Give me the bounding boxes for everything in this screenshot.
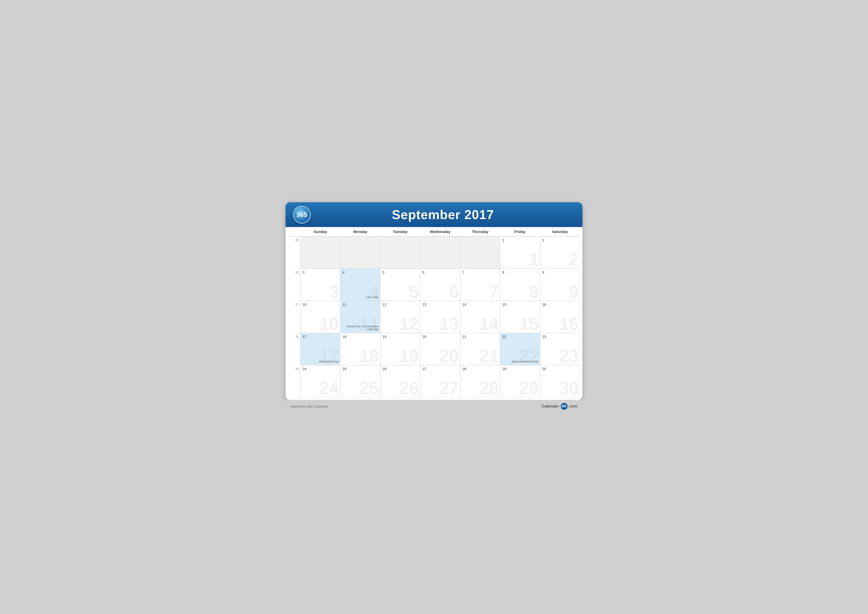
day-number: 21 — [462, 335, 498, 339]
day-number: 3 — [302, 270, 338, 274]
logo: 365 — [293, 206, 311, 224]
week-number-36: 36 — [288, 269, 301, 301]
day-watermark: 1 — [529, 250, 539, 268]
day-cell-26: 2626 — [380, 365, 420, 397]
day-number: 2 — [542, 238, 578, 242]
calendar-grid: 351122363344Labor Day5566778899371010111… — [288, 236, 580, 397]
day-cell-17: 1717Citizenship Day — [301, 333, 340, 365]
day-watermark: 6 — [449, 283, 459, 300]
week-number-38: 38 — [288, 333, 301, 365]
day-cell-2: 22 — [540, 236, 580, 269]
day-watermark: 27 — [439, 379, 459, 397]
day-cell-21: 2121 — [460, 333, 500, 365]
day-watermark: 21 — [479, 347, 499, 365]
day-number: 10 — [302, 303, 338, 306]
day-cell-11: 1111Patriot Day or September 11th Day — [340, 301, 380, 333]
day-header-wednesday: Wednesday — [420, 227, 460, 236]
day-number: 28 — [462, 367, 498, 371]
day-cell-25: 2525 — [340, 365, 380, 397]
footer-brand-suffix: .com — [568, 404, 578, 409]
day-number: 17 — [302, 335, 338, 339]
day-header-sunday: Sunday — [301, 227, 340, 236]
day-cell-3: 33 — [301, 269, 340, 301]
day-watermark: 7 — [489, 283, 499, 300]
day-number: 16 — [542, 303, 578, 306]
day-watermark: 30 — [559, 379, 579, 397]
day-cell-empty — [340, 236, 380, 269]
day-number: 24 — [302, 367, 338, 371]
week-num-header — [288, 227, 301, 236]
day-header-tuesday: Tuesday — [380, 227, 420, 236]
day-cell-30: 3030 — [540, 365, 580, 397]
day-number: 18 — [343, 335, 378, 339]
day-cell-18: 1818 — [340, 333, 380, 365]
day-cell-29: 2929 — [500, 365, 540, 397]
day-number: 15 — [502, 303, 538, 306]
day-watermark: 23 — [559, 347, 579, 365]
day-watermark: 18 — [359, 347, 379, 365]
day-number: 22 — [502, 335, 538, 339]
day-watermark: 19 — [399, 347, 419, 365]
day-cell-empty — [380, 236, 420, 269]
day-number: 25 — [343, 367, 378, 371]
day-cell-empty — [301, 236, 340, 269]
calendar-body: Sunday Monday Tuesday Wednesday Thursday… — [285, 227, 583, 400]
holiday-label: Native American Day — [512, 360, 538, 363]
day-number: 11 — [343, 303, 378, 306]
calendar-header: 365 September 2017 — [285, 202, 583, 227]
day-cell-13: 1313 — [420, 301, 460, 333]
day-cell-12: 1212 — [380, 301, 420, 333]
week-number-37: 37 — [288, 301, 301, 333]
day-number: 20 — [422, 335, 458, 339]
day-cell-16: 1616 — [540, 301, 580, 333]
day-cell-5: 55 — [380, 269, 420, 301]
day-number: 30 — [542, 367, 578, 371]
day-header-monday: Monday — [340, 227, 380, 236]
day-cell-10: 1010 — [301, 301, 340, 333]
day-watermark: 20 — [439, 347, 459, 365]
calendar-container: 365 September 2017 Sunday Monday Tuesday… — [285, 202, 583, 400]
day-number: 19 — [383, 335, 418, 339]
day-number: 26 — [383, 367, 418, 371]
day-number: 23 — [542, 335, 578, 339]
day-number: 27 — [422, 367, 458, 371]
day-cell-4: 44Labor Day — [340, 269, 380, 301]
footer-brand: Calendar- 365 .com — [542, 403, 578, 410]
day-cell-20: 2020 — [420, 333, 460, 365]
calendar-title: September 2017 — [311, 207, 575, 222]
day-watermark: 10 — [319, 315, 339, 333]
day-cell-empty — [420, 236, 460, 269]
day-number: 12 — [383, 303, 418, 306]
day-cell-empty — [460, 236, 500, 269]
day-number: 1 — [502, 238, 538, 242]
page-wrapper: 365 September 2017 Sunday Monday Tuesday… — [285, 202, 583, 412]
day-watermark: 12 — [399, 315, 419, 333]
day-number: 7 — [462, 270, 498, 274]
day-watermark: 26 — [399, 379, 419, 397]
day-cell-28: 2828 — [460, 365, 500, 397]
day-watermark: 5 — [409, 283, 419, 300]
day-headers-row: Sunday Monday Tuesday Wednesday Thursday… — [288, 227, 580, 236]
day-watermark: 8 — [529, 283, 539, 300]
day-number: 14 — [462, 303, 498, 306]
day-watermark: 9 — [569, 283, 579, 300]
day-watermark: 24 — [319, 379, 339, 397]
day-watermark: 2 — [569, 250, 579, 268]
day-cell-19: 1919 — [380, 333, 420, 365]
day-cell-6: 66 — [420, 269, 460, 301]
day-cell-24: 2424 — [301, 365, 340, 397]
day-number: 4 — [343, 270, 378, 274]
day-number: 9 — [542, 270, 578, 274]
day-watermark: 25 — [359, 379, 379, 397]
footer: September 2017 Calendar Calendar- 365 .c… — [285, 400, 583, 412]
day-watermark: 13 — [439, 315, 459, 333]
holiday-label: Patriot Day or September 11th Day — [341, 325, 378, 331]
day-cell-1: 11 — [500, 236, 540, 269]
day-number: 6 — [422, 270, 458, 274]
holiday-label: Citizenship Day — [319, 360, 339, 363]
day-cell-23: 2323 — [540, 333, 580, 365]
day-cell-22: 2222Native American Day — [500, 333, 540, 365]
day-watermark: 16 — [559, 315, 579, 333]
day-header-saturday: Saturday — [540, 227, 580, 236]
day-watermark: 28 — [479, 379, 499, 397]
